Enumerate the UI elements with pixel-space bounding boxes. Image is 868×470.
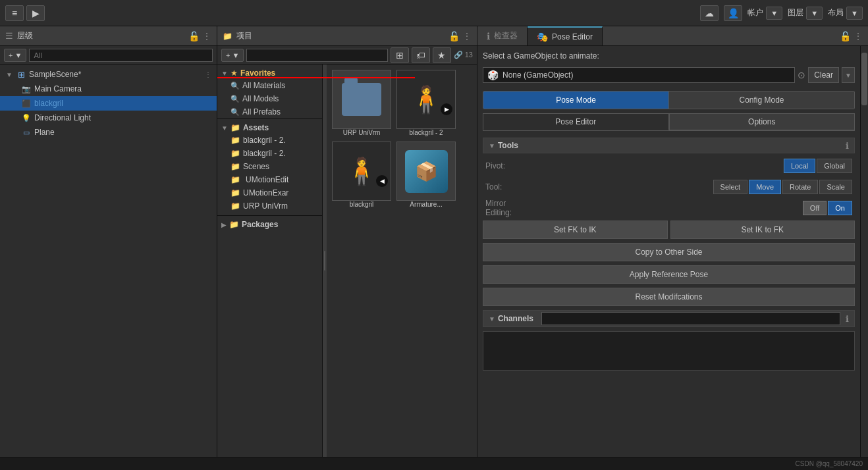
scene-label: SampleScene*: [29, 70, 81, 79]
hierarchy-toolbar: + ▼: [0, 46, 217, 65]
asset-blackgril2[interactable]: 🧍 ▶ blackgril - 2: [396, 70, 456, 136]
umotionedit-folder-icon: 📁: [231, 175, 240, 184]
scene-menu-icon[interactable]: ⋮: [205, 71, 211, 78]
hierarchy-add-btn[interactable]: + ▼: [4, 49, 26, 62]
tool-select-btn[interactable]: Select: [713, 180, 748, 194]
blackgril2-folder-icon: 📁: [231, 149, 240, 158]
hierarchy-menu-icon[interactable]: ⋮: [202, 31, 211, 41]
assets-item-blackgril2[interactable]: 📁 blackgril - 2.: [217, 147, 322, 160]
mirror-off-btn[interactable]: Off: [803, 201, 827, 215]
toolbar-menu-btn[interactable]: ≡: [5, 5, 24, 21]
toolbar-cloud-btn[interactable]: ☁: [700, 5, 719, 21]
asset-blackgril[interactable]: 🧍 ◀ blackgril: [332, 142, 391, 208]
inspector-lock-icon[interactable]: 🔓: [840, 31, 851, 41]
light-icon: 💡: [21, 113, 32, 123]
favorites-header[interactable]: ▼ ★ Favorites: [217, 67, 322, 79]
scroll-thumb[interactable]: [861, 53, 867, 105]
channels-search[interactable]: [541, 312, 840, 325]
gameobj-target-btn[interactable]: ⊙: [798, 70, 805, 80]
gameobj-selector-label: Select a GameObject to animate:: [483, 51, 599, 61]
tab-pose-editor[interactable]: 🎭 Pose Editor: [528, 26, 603, 45]
channels-content: [483, 331, 855, 371]
packages-label: Packages: [242, 220, 278, 229]
packages-section: ▶ 📁 Packages: [217, 215, 322, 233]
set-fk-to-ik-btn[interactable]: Set FK to IK: [483, 221, 668, 239]
gameobj-dropdown-arrow[interactable]: ▼: [842, 67, 855, 83]
tree-item-main-camera[interactable]: 📷 Main Camera: [0, 82, 217, 96]
search-icon-prefabs: 🔍: [231, 108, 240, 117]
inspector-tabs: ℹ 检查器 🎭 Pose Editor 🔓 ⋮: [477, 26, 868, 46]
toolbar-play-btn[interactable]: ▶: [26, 5, 45, 21]
toolbar-account-icon[interactable]: 👤: [724, 5, 742, 21]
assets-item-scenes[interactable]: 📁 Scenes: [217, 160, 322, 173]
project-layout-btn[interactable]: ⊞: [391, 47, 409, 63]
asset-urp-univrm[interactable]: URP UniVrm: [332, 70, 391, 136]
pe-tab-pose-editor[interactable]: Pose Editor: [483, 113, 669, 130]
tree-item-samplescene[interactable]: ▼ ⊞ SampleScene* ⋮: [0, 67, 217, 82]
blackgril1-folder-icon: 📁: [231, 136, 240, 145]
back-btn-blackgril[interactable]: ◀: [376, 175, 388, 187]
blackgril1-label: blackgril - 2.: [243, 136, 286, 145]
assets-item-umotionexar[interactable]: 📁 UMotionExar: [217, 186, 322, 199]
project-badge: 🔗 13: [454, 51, 473, 59]
fav-all-models[interactable]: 🔍 All Models: [217, 92, 322, 105]
project-header: 📁 项目 🔓 ⋮: [217, 26, 477, 46]
fav-all-prefabs[interactable]: 🔍 All Prefabs: [217, 105, 322, 118]
clear-btn[interactable]: Clear: [808, 67, 839, 83]
mirror-editing-row: Mirror Editing: Off On: [483, 199, 855, 217]
tree-item-plane[interactable]: ▭ Plane: [0, 125, 217, 140]
assets-grid-inner: URP UniVrm 🧍 ▶ blackgril - 2: [332, 70, 472, 136]
tree-item-directional-light[interactable]: 💡 Directional Light: [0, 111, 217, 125]
pose-mode-btn[interactable]: Pose Mode: [483, 91, 669, 109]
project-add-btn[interactable]: + ▼: [221, 49, 244, 62]
project-menu-icon[interactable]: ⋮: [462, 31, 472, 41]
hierarchy-lock-icon[interactable]: 🔓: [188, 31, 200, 41]
mirror-on-btn[interactable]: On: [828, 201, 852, 215]
blackgril-grid-label: blackgril: [350, 201, 374, 208]
assets-header[interactable]: ▼ 📁 Assets: [217, 122, 322, 134]
asset-armature[interactable]: 📦 Armature...: [396, 142, 456, 208]
inspector-menu-icon[interactable]: ⋮: [854, 31, 863, 41]
right-scrollbar[interactable]: [860, 46, 868, 457]
project-actions: 🔓 ⋮: [448, 31, 472, 41]
fav-all-materials[interactable]: 🔍 All Materials: [217, 79, 322, 92]
fav-materials-label: All Materials: [242, 81, 285, 90]
pivot-local-btn[interactable]: Local: [784, 159, 815, 173]
assets-item-blackgril1[interactable]: 📁 blackgril - 2.: [217, 134, 322, 147]
layout-dropdown[interactable]: ▼: [846, 7, 863, 20]
packages-header[interactable]: ▶ 📁 Packages: [217, 219, 322, 230]
tab-inspector[interactable]: ℹ 检查器: [477, 26, 528, 45]
account-dropdown[interactable]: ▼: [766, 7, 782, 20]
reset-modifications-btn[interactable]: Reset Modifcations: [483, 288, 855, 306]
camera-icon: 📷: [21, 84, 32, 94]
pivot-row: Pivot: Local Global: [483, 157, 855, 174]
urp-univrm-grid-label: URP UniVrm: [343, 129, 381, 136]
tool-move-btn[interactable]: Move: [749, 180, 781, 194]
layers-dropdown[interactable]: ▼: [806, 7, 823, 20]
pivot-global-btn[interactable]: Global: [817, 159, 852, 173]
set-ik-to-fk-btn[interactable]: Set IK to FK: [670, 221, 855, 239]
assets-item-umotionedit[interactable]: 📁 UMotionEdit: [217, 173, 322, 186]
project-tag-btn[interactable]: 🏷: [412, 47, 430, 63]
main-camera-label: Main Camera: [34, 84, 82, 93]
config-mode-btn[interactable]: Config Mode: [669, 91, 854, 109]
assets-folder-icon: 📁: [231, 123, 240, 132]
tool-scale-btn[interactable]: Scale: [819, 180, 852, 194]
tools-section-header[interactable]: ▼ Tools ℹ: [483, 138, 855, 153]
project-star-btn[interactable]: ★: [433, 47, 451, 63]
apply-reference-pose-btn[interactable]: Apply Reference Pose: [483, 265, 855, 284]
scenes-label: Scenes: [243, 162, 269, 171]
assets-item-urp-univrm[interactable]: 📁 URP UniVrm: [217, 199, 322, 213]
project-lock-icon[interactable]: 🔓: [448, 31, 460, 41]
channels-info-icon[interactable]: ℹ: [846, 314, 849, 324]
copy-to-other-side-btn[interactable]: Copy to Other Side: [483, 243, 855, 261]
blackgril-label: blackgril: [34, 99, 63, 108]
tools-info-icon[interactable]: ℹ: [846, 141, 849, 151]
project-search[interactable]: [246, 49, 387, 62]
hierarchy-search[interactable]: [29, 49, 213, 62]
pe-tab-options[interactable]: Options: [669, 113, 855, 130]
tree-item-blackgril[interactable]: ⬛ blackgril: [0, 96, 217, 111]
tool-rotate-btn[interactable]: Rotate: [782, 180, 818, 194]
pose-editor-tab-label: Pose Editor: [552, 32, 593, 41]
play-btn-blackgril2[interactable]: ▶: [441, 103, 452, 115]
